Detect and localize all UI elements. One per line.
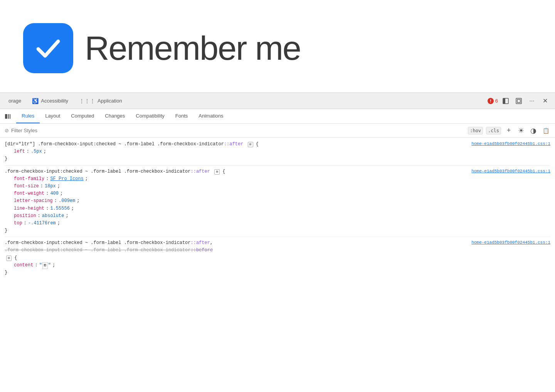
devtools-panel: orage ♿ Accessibility ⋮⋮⋮ Application ! …	[0, 93, 555, 392]
css-content-area[interactable]: [dir="ltr"] .form-checkbox-input:checked…	[0, 138, 555, 392]
prop-value: 1.55556	[50, 205, 69, 212]
filter-styles-input[interactable]	[11, 128, 465, 133]
svg-rect-3	[517, 99, 520, 103]
application-icon: ⋮⋮⋮	[79, 98, 95, 104]
subtab-computed-label: Computed	[71, 113, 94, 119]
css-rule-3: .form-checkbox-input:checked ~ .form-lab…	[5, 239, 550, 276]
tab-accessibility[interactable]: ♿ Accessibility	[27, 93, 74, 109]
css-rule-2-selector-line: .form-checkbox-input:checked ~ .form-lab…	[5, 168, 550, 175]
copy-styles-button[interactable]: 📋	[541, 126, 550, 135]
dock-button[interactable]	[500, 96, 511, 106]
light-mode-button[interactable]: ☀	[516, 126, 526, 135]
panel-toggle-button[interactable]	[2, 110, 14, 123]
subtab-rules-label: Rules	[22, 113, 34, 119]
css-rule-1: [dir="ltr"] .form-checkbox-input:checked…	[5, 141, 550, 163]
css-brace-close-1: }	[5, 155, 550, 163]
prop-value: 400	[50, 190, 59, 197]
prop-name: font-family	[14, 175, 44, 183]
error-badge[interactable]: ! 6	[488, 98, 498, 104]
page-title: Remember me	[85, 31, 301, 65]
subtab-layout[interactable]: Layout	[40, 109, 66, 123]
more-options-button[interactable]: ···	[526, 96, 537, 106]
element-indicator-2[interactable]: ⊞	[214, 169, 220, 175]
accessibility-tab-label: Accessibility	[41, 98, 68, 104]
prop-value: .009em	[59, 197, 75, 205]
prop-name: top	[14, 220, 22, 227]
css-rule-2-prop-letter-spacing: letter-spacing: .009em;	[5, 197, 550, 205]
error-count: 6	[495, 98, 498, 104]
undock-button[interactable]	[513, 96, 524, 106]
error-icon: !	[488, 98, 494, 104]
prop-name: left	[14, 148, 25, 155]
filter-icon: ⊘	[5, 128, 9, 133]
svg-rect-2	[516, 98, 521, 104]
subtab-changes-label: Changes	[105, 113, 125, 119]
css-brace-open-3: ⊞ {	[5, 254, 550, 262]
accessibility-icon: ♿	[32, 98, 39, 104]
css-brace-close-2: }	[5, 227, 550, 234]
storage-tab-label: orage	[8, 98, 21, 104]
css-rule-2-source[interactable]: home-e1ad5b03fb00f02445b1.css:1	[471, 168, 550, 175]
close-button[interactable]: ✕	[540, 96, 550, 106]
css-rule-2-prop-font-family: font-family: SF Pro Icons;	[5, 175, 550, 183]
css-rule-2-prop-font-weight: font-weight: 400;	[5, 190, 550, 197]
toolbar-right: ! 6 ··· ✕	[488, 96, 552, 106]
separator-1	[5, 165, 550, 166]
prop-value: -.41176rem	[28, 220, 56, 227]
svg-rect-1	[503, 98, 505, 104]
css-rule-1-selector: [dir="ltr"] .form-checkbox-input:checked…	[5, 141, 259, 148]
subtab-rules[interactable]: Rules	[16, 109, 40, 123]
filter-right-controls: :hov .cls + ☀ ◑ 📋	[468, 126, 550, 135]
subtab-fonts[interactable]: Fonts	[170, 109, 193, 123]
css-rule-1-selector-line: [dir="ltr"] .form-checkbox-input:checked…	[5, 141, 550, 148]
prop-value: "⊞"	[39, 262, 51, 269]
add-rule-button[interactable]: +	[504, 126, 513, 135]
dark-mode-button[interactable]: ◑	[529, 126, 538, 135]
subtab-compatibility[interactable]: Compatibility	[130, 109, 170, 123]
css-rule-2: .form-checkbox-input:checked ~ .form-lab…	[5, 168, 550, 235]
css-rule-3-selector: .form-checkbox-input:checked ~ .form-lab…	[5, 239, 213, 247]
css-brace-close-3: }	[5, 269, 550, 276]
css-rule-2-selector: .form-checkbox-input:checked ~ .form-lab…	[5, 168, 225, 175]
more-icon: ···	[529, 98, 534, 104]
prop-name: content	[14, 262, 33, 269]
svg-rect-5	[8, 114, 9, 119]
hover-filter-button[interactable]: :hov	[468, 127, 483, 135]
subtabs-bar: Rules Layout Computed Changes Compatibil…	[0, 109, 555, 124]
prop-name: line-height	[14, 205, 44, 212]
prop-name: font-weight	[14, 190, 44, 197]
subtab-computed[interactable]: Computed	[66, 109, 99, 123]
css-rule-3-selector2: .form-checkbox-input:checked ~ .form-lab…	[5, 247, 213, 253]
prop-value: .5px	[31, 148, 42, 155]
filter-bar: ⊘ :hov .cls + ☀ ◑ 📋	[0, 124, 555, 138]
element-indicator-3[interactable]: ⊞	[6, 256, 12, 261]
devtools-toolbar: orage ♿ Accessibility ⋮⋮⋮ Application ! …	[0, 93, 555, 109]
svg-rect-6	[10, 114, 10, 119]
subtab-compatibility-label: Compatibility	[136, 113, 164, 119]
tab-application[interactable]: ⋮⋮⋮ Application	[74, 93, 128, 109]
css-rule-3-selector-line: .form-checkbox-input:checked ~ .form-lab…	[5, 239, 550, 247]
subtab-animations-label: Animations	[198, 113, 223, 119]
application-tab-label: Application	[98, 98, 122, 104]
prop-value-link[interactable]: SF Pro Icons	[50, 175, 83, 183]
prop-name: font-size	[14, 183, 39, 190]
element-indicator-1[interactable]: ⊞	[248, 142, 253, 147]
css-rule-2-prop-top: top: -.41176rem;	[5, 220, 550, 227]
subtab-fonts-label: Fonts	[175, 113, 188, 119]
css-rule-2-prop-font-size: font-size: 18px;	[5, 183, 550, 190]
css-rule-1-source[interactable]: home-e1ad5b03fb00f02445b1.css:1	[471, 141, 550, 148]
css-rule-2-prop-position: position: absolute;	[5, 212, 550, 220]
cls-filter-button[interactable]: .cls	[486, 127, 501, 135]
subtab-animations[interactable]: Animations	[193, 109, 229, 123]
prop-value: absolute	[42, 212, 64, 220]
close-icon: ✕	[543, 97, 548, 104]
subtab-changes[interactable]: Changes	[99, 109, 130, 123]
prop-name: position	[14, 212, 36, 220]
css-rule-2-prop-line-height: line-height: 1.55556;	[5, 205, 550, 212]
content-value-box: ⊞	[42, 262, 48, 269]
svg-rect-4	[5, 114, 7, 119]
separator-2	[5, 237, 550, 237]
css-rule-3-source[interactable]: home-e1ad5b03fb00f02445b1.css:1	[471, 239, 550, 246]
app-icon	[23, 23, 73, 73]
tab-storage[interactable]: orage	[3, 93, 27, 109]
